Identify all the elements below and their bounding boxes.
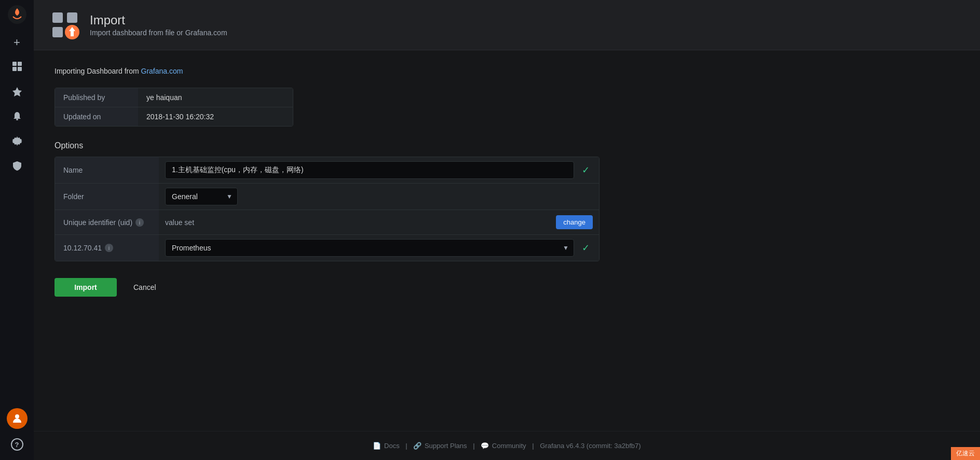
- published-by-row: Published by ye haiquan: [55, 88, 293, 107]
- svg-rect-7: [16, 119, 18, 120]
- sidebar-item-add[interactable]: +: [6, 31, 29, 54]
- uid-label: Unique identifier (uid) i: [55, 210, 159, 234]
- svg-rect-3: [18, 62, 22, 66]
- gear-icon: [12, 136, 22, 149]
- watermark: 亿速云: [951, 447, 980, 460]
- cancel-button[interactable]: Cancel: [123, 278, 167, 297]
- footer: 📄 Docs | 🔗 Support Plans | 💬 Community |…: [34, 431, 980, 460]
- footer-sep3: |: [532, 442, 534, 450]
- page-header-text: Import Import dashboard from file or Gra…: [90, 13, 227, 37]
- datasource-select-container: Prometheus -- None -- ▼: [165, 239, 574, 257]
- name-check-icon: ✓: [578, 163, 593, 177]
- uid-row: Unique identifier (uid) i value set chan…: [55, 210, 599, 235]
- user-avatar[interactable]: [7, 408, 28, 429]
- page-header: Import Import dashboard from file or Gra…: [34, 0, 980, 50]
- uid-value: value set: [165, 218, 552, 227]
- shield-icon: [12, 161, 22, 174]
- bell-icon: [12, 111, 22, 124]
- footer-support-icon: 🔗: [413, 442, 421, 450]
- support-link[interactable]: Support Plans: [425, 442, 467, 450]
- updated-on-label: Updated on: [55, 107, 138, 126]
- sidebar-item-explore[interactable]: [6, 81, 29, 104]
- datasource-check-icon: ✓: [578, 241, 593, 255]
- content-area: Importing Dashboard from Grafana.com Pub…: [34, 50, 605, 334]
- folder-row: Folder General Default ▼: [55, 184, 599, 210]
- svg-rect-5: [18, 67, 22, 71]
- datasource-row: 10.12.70.41 i Prometheus -- None -- ▼ ✓: [55, 235, 599, 261]
- page-subtitle: Import dashboard from file or Grafana.co…: [90, 29, 227, 37]
- folder-label: Folder: [55, 184, 159, 210]
- action-buttons: Import Cancel: [55, 278, 584, 297]
- sidebar-item-help[interactable]: ?: [6, 433, 29, 456]
- options-title: Options: [55, 141, 584, 150]
- sidebar: +: [0, 0, 34, 460]
- explore-icon: [12, 86, 22, 99]
- info-table: Published by ye haiquan Updated on 2018-…: [55, 88, 293, 127]
- import-prefix: Importing Dashboard from: [55, 67, 141, 75]
- datasource-input-area: Prometheus -- None -- ▼ ✓: [159, 235, 599, 261]
- svg-rect-2: [12, 62, 17, 66]
- import-icon: [50, 10, 79, 39]
- name-input-area: ✓: [159, 157, 599, 183]
- help-icon: ?: [11, 438, 23, 451]
- main-content: Import Import dashboard from file or Gra…: [34, 0, 980, 460]
- grafana-link[interactable]: Grafana.com: [141, 67, 183, 75]
- published-by-label: Published by: [55, 88, 138, 107]
- datasource-info-icon[interactable]: i: [105, 244, 113, 252]
- updated-on-row: Updated on 2018-11-30 16:20:32: [55, 107, 293, 126]
- page-title: Import: [90, 13, 227, 28]
- uid-input-area: value set change: [159, 211, 599, 233]
- updated-on-value: 2018-11-30 16:20:32: [138, 107, 293, 126]
- published-by-value: ye haiquan: [138, 88, 293, 107]
- name-input[interactable]: [165, 161, 574, 179]
- footer-sep2: |: [473, 442, 474, 450]
- name-row: Name ✓: [55, 157, 599, 184]
- footer-community-icon: 💬: [481, 442, 489, 450]
- add-icon: +: [13, 36, 20, 49]
- svg-point-9: [15, 414, 19, 419]
- docs-link[interactable]: Docs: [384, 442, 400, 450]
- import-source: Importing Dashboard from Grafana.com: [55, 67, 584, 75]
- svg-rect-4: [12, 67, 17, 71]
- import-button[interactable]: Import: [55, 278, 117, 297]
- folder-select[interactable]: General Default: [165, 188, 238, 205]
- sidebar-item-dashboards[interactable]: [6, 56, 29, 79]
- svg-point-1: [16, 11, 19, 14]
- folder-input-area: General Default ▼: [159, 184, 599, 210]
- dashboards-icon: [12, 61, 22, 74]
- datasource-label: 10.12.70.41 i: [55, 235, 159, 261]
- community-link[interactable]: Community: [492, 442, 526, 450]
- svg-rect-11: [67, 12, 77, 23]
- svg-rect-12: [52, 27, 63, 37]
- svg-rect-10: [52, 12, 63, 23]
- sidebar-item-shield[interactable]: [6, 156, 29, 178]
- sidebar-item-alerting[interactable]: [6, 106, 29, 129]
- uid-info-icon[interactable]: i: [135, 218, 144, 227]
- sidebar-item-config[interactable]: [6, 131, 29, 154]
- datasource-select[interactable]: Prometheus -- None --: [165, 239, 574, 257]
- footer-sep1: |: [405, 442, 407, 450]
- change-uid-button[interactable]: change: [556, 215, 593, 229]
- sidebar-logo[interactable]: [7, 4, 28, 25]
- footer-docs-icon: 📄: [373, 442, 381, 450]
- name-label: Name: [55, 157, 159, 183]
- folder-select-container: General Default ▼: [165, 188, 238, 205]
- footer-version: Grafana v6.4.3 (commit: 3a2bfb7): [540, 442, 641, 450]
- svg-marker-6: [12, 87, 22, 96]
- options-table: Name ✓ Folder General Default: [55, 157, 600, 261]
